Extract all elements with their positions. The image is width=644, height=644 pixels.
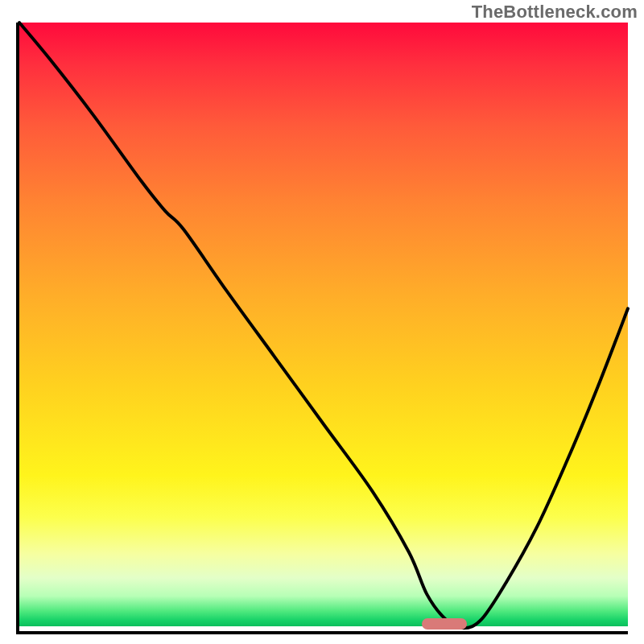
chart-stage: TheBottleneck.com xyxy=(0,0,644,644)
bottleneck-curve xyxy=(19,23,628,631)
curve-path xyxy=(19,23,628,628)
plot-area xyxy=(16,23,628,634)
watermark-text: TheBottleneck.com xyxy=(472,2,638,23)
optimum-marker xyxy=(422,618,467,630)
